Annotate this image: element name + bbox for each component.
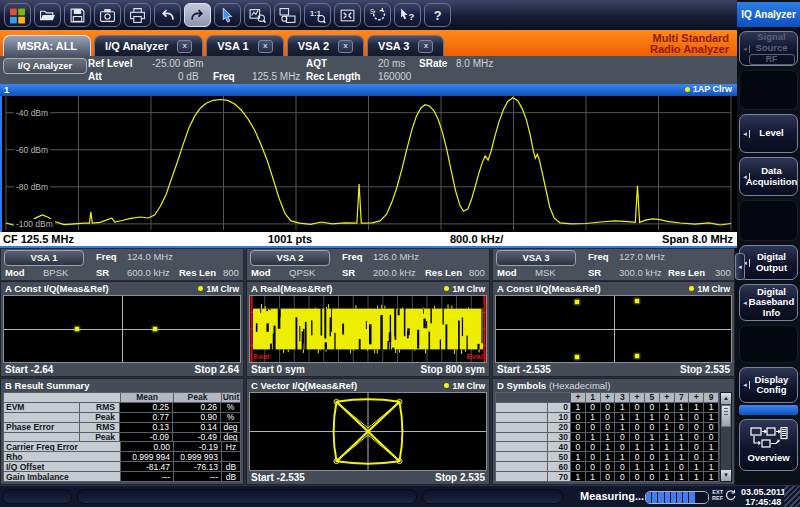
close-icon[interactable]: x bbox=[258, 40, 273, 53]
zoom-1-1-icon[interactable]: 1:1 bbox=[304, 3, 331, 27]
aqt-value[interactable]: 20 ms bbox=[378, 58, 405, 69]
constellation-point bbox=[635, 354, 639, 358]
zoom-window-icon[interactable] bbox=[274, 3, 301, 27]
tab-vsa3[interactable]: VSA 3x bbox=[367, 35, 444, 56]
axis-line bbox=[614, 296, 615, 362]
row-index: 50 bbox=[548, 452, 571, 461]
vsa1-tab-button[interactable]: VSA 1 bbox=[4, 250, 84, 266]
sidebar-blue-strip bbox=[739, 405, 798, 415]
window-title: A Const I/Q(Meas&Ref) bbox=[5, 283, 109, 294]
close-icon[interactable]: x bbox=[338, 40, 353, 53]
scroll-down-icon[interactable]: ▼ bbox=[721, 470, 731, 481]
tab-iq-analyzer[interactable]: I/Q Analyzerx bbox=[94, 35, 203, 56]
scrollbar-thumb[interactable] bbox=[721, 405, 731, 427]
save-icon[interactable] bbox=[64, 3, 91, 27]
column-header: Peak bbox=[174, 393, 222, 402]
srate-value[interactable]: 8.0 MHz bbox=[456, 58, 493, 69]
symbol-bit: 1 bbox=[675, 403, 690, 412]
softkey-digital-baseband-info[interactable]: ◄Digital Baseband Info bbox=[739, 284, 798, 321]
svg-text:S: S bbox=[370, 7, 374, 14]
result-row: Peak0.770.90% bbox=[4, 413, 240, 423]
help-icon[interactable]: ? bbox=[424, 3, 451, 27]
softkey-display-config[interactable]: ◄Display Config bbox=[739, 367, 798, 403]
scroll-up-icon[interactable]: ▲ bbox=[721, 393, 731, 404]
close-icon[interactable]: x bbox=[177, 40, 192, 53]
symbol-bit: 1 bbox=[660, 452, 675, 461]
redo-icon[interactable] bbox=[184, 3, 211, 27]
symbol-bit: 1 bbox=[630, 442, 645, 451]
softkey-more-icon: ◄ bbox=[742, 299, 750, 307]
freq-value[interactable]: 125.5 MHz bbox=[252, 71, 300, 82]
axis-start-label: Start 0 sym bbox=[251, 363, 305, 376]
blank-cell bbox=[496, 452, 548, 461]
spectrum-window-titlebar: 1 1AP Clrw bbox=[0, 84, 737, 96]
softkey-empty-slot bbox=[739, 70, 798, 110]
symbol-bit: 1 bbox=[689, 462, 704, 471]
pointer-icon[interactable] bbox=[214, 3, 241, 27]
mean-value: 0.00 bbox=[121, 442, 174, 451]
real-waveform-plot-qpsk: Eval Eval bbox=[249, 295, 487, 363]
freq-value: 126.0 MHz bbox=[373, 251, 419, 262]
y-tick-label: -100 dBm bbox=[14, 219, 55, 229]
vsa3-tab-button[interactable]: VSA 3 bbox=[496, 250, 576, 266]
symbol-bit: 1 bbox=[586, 472, 601, 481]
unit-value bbox=[222, 452, 240, 461]
symbol-column-header: 1 bbox=[586, 393, 601, 402]
row-label bbox=[4, 413, 80, 422]
overview-button[interactable]: Overview bbox=[739, 419, 798, 471]
symbol-bit: 0 bbox=[571, 433, 586, 442]
fit-window-icon[interactable] bbox=[334, 3, 361, 27]
symbol-bit: 1 bbox=[645, 413, 660, 422]
axis-stop-label: Stop 2.64 bbox=[195, 363, 239, 376]
tab-vsa2[interactable]: VSA 2x bbox=[287, 35, 364, 56]
status-well-2 bbox=[77, 489, 417, 504]
symbol-bit: 0 bbox=[601, 423, 616, 432]
sr-value: 300.0 kHz bbox=[619, 267, 662, 278]
spectrum-plot: -40 dBm-60 dBm-80 dBm-100 dBm bbox=[0, 96, 737, 232]
tab-vsa1[interactable]: VSA 1x bbox=[206, 35, 283, 56]
symbol-bit: 1 bbox=[615, 403, 630, 412]
symbol-bit: 0 bbox=[571, 442, 586, 451]
row-label: Phase Error bbox=[4, 423, 80, 432]
sidebar-collapse-arrow[interactable]: ◄ bbox=[735, 253, 745, 280]
ext-ref-indicator: EXTREF bbox=[712, 489, 737, 502]
tab-label: VSA 3 bbox=[378, 40, 409, 52]
symbol-bit: 1 bbox=[660, 433, 675, 442]
undo-icon[interactable] bbox=[154, 3, 181, 27]
close-icon[interactable]: x bbox=[418, 40, 433, 53]
screenshot-icon[interactable] bbox=[94, 3, 121, 27]
constellation-point bbox=[635, 299, 639, 303]
rec-length-value[interactable]: 160000 bbox=[378, 71, 411, 82]
tab-msra-all[interactable]: MSRA: ALL bbox=[3, 35, 91, 56]
vector-iq-plot bbox=[249, 392, 487, 471]
symbol-bit: 0 bbox=[586, 452, 601, 461]
trace-dot-icon bbox=[444, 383, 449, 388]
softkey-level[interactable]: ◄Level bbox=[739, 114, 798, 153]
table-header-row: MeanPeakUnit bbox=[4, 393, 240, 403]
res-len-value: 800 bbox=[469, 267, 485, 278]
result-summary-table: MeanPeakUnitEVMRMS0.250.26%Peak0.770.90%… bbox=[3, 392, 241, 482]
axis-start-label: Start -2.535 bbox=[251, 471, 305, 484]
print-icon[interactable] bbox=[124, 3, 151, 27]
att-value[interactable]: 0 dB bbox=[178, 71, 199, 82]
zoom-icon[interactable] bbox=[244, 3, 271, 27]
unit-value: deg bbox=[221, 423, 240, 432]
sweep-refresh-icon[interactable]: S bbox=[364, 3, 391, 27]
app-selector-button[interactable]: I/Q Analyzer bbox=[3, 58, 87, 74]
softkey-digital-output[interactable]: ◄Digital Output bbox=[739, 245, 798, 280]
ref-level-value[interactable]: -25.00 dBm bbox=[152, 58, 204, 69]
status-well-1 bbox=[2, 489, 72, 504]
symbol-column-header: + bbox=[601, 393, 616, 402]
symbol-bit: 0 bbox=[586, 462, 601, 471]
windows-start-icon[interactable] bbox=[4, 3, 31, 27]
symbols-scrollbar[interactable]: ▲ ▼ bbox=[720, 392, 732, 482]
vsa2-tab-button[interactable]: VSA 2 bbox=[250, 250, 330, 266]
softkey-data-acquisition[interactable]: ◄Data Acquisition bbox=[739, 157, 798, 196]
symbol-bit: 0 bbox=[630, 452, 645, 461]
aqt-label: AQT bbox=[306, 58, 327, 69]
symbol-bit: 1 bbox=[660, 472, 675, 481]
row-index: 40 bbox=[548, 442, 571, 451]
file-open-icon[interactable] bbox=[34, 3, 61, 27]
symbol-bit: 0 bbox=[675, 462, 690, 471]
context-help-icon[interactable]: ? bbox=[394, 3, 421, 27]
